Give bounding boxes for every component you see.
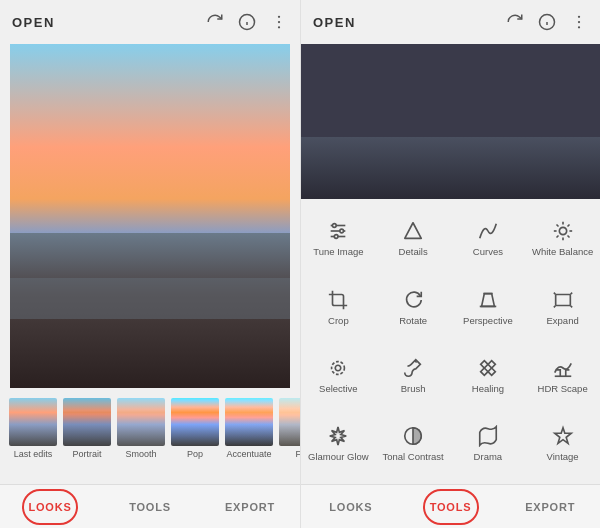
svg-point-16 (340, 230, 344, 234)
thumb-img-last-edits (9, 398, 57, 446)
thumb-img-fac (279, 398, 300, 446)
thumb-label-smooth: Smooth (125, 449, 156, 459)
thumb-smooth[interactable]: Smooth (116, 398, 166, 480)
right-rotate-icon[interactable] (506, 13, 524, 31)
svg-point-17 (335, 235, 339, 239)
right-top-bar: OPEN (301, 0, 600, 44)
curves-label: Curves (473, 246, 503, 257)
tool-white-balance[interactable]: White Balance (525, 205, 600, 273)
tools-highlight (423, 489, 479, 525)
right-top-icons (506, 13, 588, 31)
left-panel: OPEN (0, 0, 300, 528)
hdr-scape-label: HDR Scape (538, 383, 588, 394)
white-balance-label: White Balance (532, 246, 593, 257)
tool-tune-image[interactable]: Tune Image (301, 205, 376, 273)
tool-crop[interactable]: Crop (301, 273, 376, 341)
svg-marker-39 (554, 428, 571, 444)
glamour-glow-icon (327, 425, 349, 447)
svg-point-9 (578, 16, 580, 18)
tool-perspective[interactable]: Perspective (451, 273, 526, 341)
svg-point-4 (278, 21, 280, 23)
left-top-bar: OPEN (0, 0, 300, 44)
selective-icon (327, 357, 349, 379)
rotate-tool-icon (402, 289, 424, 311)
tool-vintage[interactable]: Vintage (525, 410, 600, 478)
thumb-label-last-edits: Last edits (14, 449, 53, 459)
drama-label: Drama (474, 451, 503, 462)
right-bottom-nav: LOOKS TOOLS EXPORT (301, 484, 600, 528)
rotate-label: Rotate (399, 315, 427, 326)
tune-image-label: Tune Image (313, 246, 363, 257)
tool-glamour-glow[interactable]: Glamour Glow (301, 410, 376, 478)
thumb-pop[interactable]: Pop (170, 398, 220, 480)
white-balance-icon (552, 220, 574, 242)
vintage-label: Vintage (547, 451, 579, 462)
curves-icon (477, 220, 499, 242)
tool-rotate[interactable]: Rotate (376, 273, 451, 341)
brush-icon (402, 357, 424, 379)
svg-line-34 (570, 305, 572, 307)
expand-label: Expand (547, 315, 579, 326)
svg-line-27 (556, 236, 558, 238)
left-info-icon[interactable] (238, 13, 256, 31)
healing-label: Healing (472, 383, 504, 394)
left-more-icon[interactable] (270, 13, 288, 31)
looks-highlight (22, 489, 78, 525)
thumb-img-portrait (63, 398, 111, 446)
thumb-label-portrait: Portrait (72, 449, 101, 459)
left-nav-looks[interactable]: LOOKS (0, 485, 100, 528)
main-image (10, 44, 290, 388)
vintage-icon (552, 425, 574, 447)
left-title: OPEN (12, 15, 206, 30)
left-bottom-nav: LOOKS TOOLS EXPORT (0, 484, 300, 528)
right-info-icon[interactable] (538, 13, 556, 31)
brush-label: Brush (401, 383, 426, 394)
thumb-img-smooth (117, 398, 165, 446)
tonal-contrast-icon (402, 425, 424, 447)
tool-selective[interactable]: Selective (301, 342, 376, 410)
tool-tonal-contrast[interactable]: Tonal Contrast (376, 410, 451, 478)
right-title: OPEN (313, 15, 506, 30)
thumb-last-edits[interactable]: Last edits (8, 398, 58, 480)
thumb-label-accentuate: Accentuate (226, 449, 271, 459)
left-nav-tools[interactable]: TOOLS (100, 485, 200, 528)
svg-point-10 (578, 21, 580, 23)
right-nav-export[interactable]: EXPORT (500, 485, 600, 528)
thumb-portrait[interactable]: Portrait (62, 398, 112, 480)
tool-healing[interactable]: Healing (451, 342, 526, 410)
left-rotate-icon[interactable] (206, 13, 224, 31)
right-image (301, 44, 600, 199)
svg-point-15 (333, 224, 337, 228)
thumb-fac[interactable]: Fac (278, 398, 300, 480)
photo-display (10, 44, 290, 388)
left-nav-export[interactable]: EXPORT (200, 485, 300, 528)
tool-drama[interactable]: Drama (451, 410, 526, 478)
thumb-img-accentuate (225, 398, 273, 446)
right-looks-label: LOOKS (329, 501, 372, 513)
svg-line-31 (553, 292, 555, 294)
tool-brush[interactable]: Brush (376, 342, 451, 410)
right-more-icon[interactable] (570, 13, 588, 31)
right-nav-looks[interactable]: LOOKS (301, 485, 401, 528)
looks-strip[interactable]: Last edits Portrait Smooth Pop Accentuat… (0, 394, 300, 484)
left-export-label: EXPORT (225, 501, 275, 513)
tool-curves[interactable]: Curves (451, 205, 526, 273)
hdr-scape-icon (552, 357, 574, 379)
thumb-accentuate[interactable]: Accentuate (224, 398, 274, 480)
svg-point-19 (559, 228, 566, 235)
perspective-icon (477, 289, 499, 311)
tool-details[interactable]: Details (376, 205, 451, 273)
perspective-label: Perspective (463, 315, 513, 326)
tool-expand[interactable]: Expand (525, 273, 600, 341)
svg-point-5 (278, 26, 280, 28)
left-tools-label: TOOLS (129, 501, 171, 513)
thumb-label-pop: Pop (187, 449, 203, 459)
svg-point-11 (578, 26, 580, 28)
right-export-label: EXPORT (525, 501, 575, 513)
svg-point-35 (336, 365, 342, 371)
tools-grid: Tune Image Details Curves (301, 199, 600, 484)
svg-point-36 (332, 362, 345, 375)
svg-line-32 (570, 292, 572, 294)
right-nav-tools[interactable]: TOOLS (401, 485, 501, 528)
tool-hdr-scape[interactable]: HDR Scape (525, 342, 600, 410)
